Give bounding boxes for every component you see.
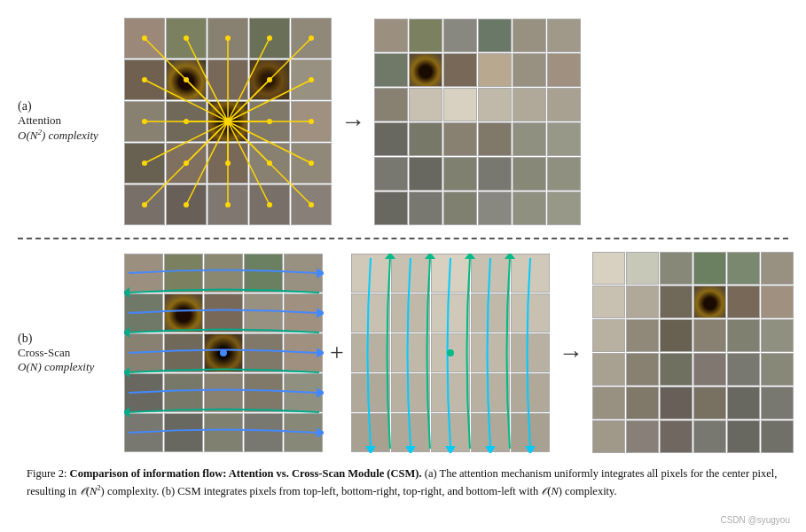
section-divider [18, 238, 788, 239]
section-b-complexity: O(N) complexity [18, 360, 124, 374]
section-a-title: Attention [18, 113, 124, 128]
section-b-title: Cross-Scan [18, 346, 124, 360]
caption-math2: 𝒪 [541, 486, 547, 498]
arrow-b: → [559, 339, 583, 367]
caption-text2: complexity. (b) CSM integrates pixels fr… [107, 486, 541, 498]
main-container: (a) Attention O(N2) complexity [0, 0, 806, 532]
section-b-letter: (b) [18, 332, 32, 345]
crossscan-grid-left [124, 254, 323, 452]
figure-label: Figure 2: [27, 467, 67, 480]
watermark: CSDN @syugyou [720, 515, 790, 525]
crossscan-grid-right [592, 252, 794, 453]
section-a-letter: (a) [18, 99, 32, 113]
section-b-label: (b) Cross-Scan O(N) complexity [18, 332, 124, 374]
caption-text3: complexity. [565, 486, 617, 498]
figure-caption: Figure 2: Comparison of information flow… [18, 466, 788, 501]
section-a-label: (a) Attention O(N2) complexity [18, 99, 124, 143]
section-b: (b) Cross-Scan O(N) complexity [18, 245, 788, 460]
caption-bold: Comparison of information flow: Attentio… [70, 467, 422, 480]
caption-math1: 𝒪 [80, 486, 86, 498]
plus-b: + [330, 339, 344, 367]
crossscan-grid-middle [351, 254, 550, 452]
section-a-complexity: O(N2) complexity [18, 128, 124, 143]
attention-grid-left [124, 18, 332, 225]
section-a: (a) Attention O(N2) complexity [18, 9, 788, 232]
arrow-a: → [340, 107, 365, 136]
attention-grid-right [374, 19, 581, 225]
